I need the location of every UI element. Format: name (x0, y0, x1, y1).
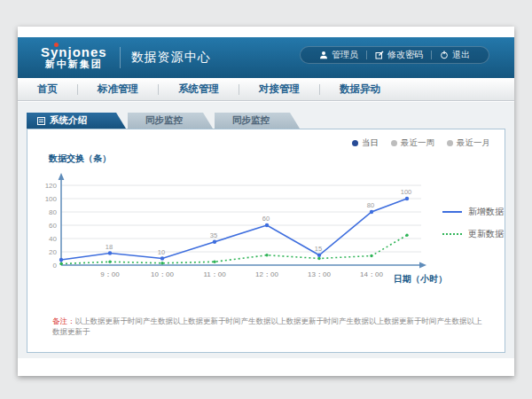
change-password-button[interactable]: 修改密码 (367, 49, 431, 61)
legend-label: 新增数据 (468, 206, 504, 218)
svg-text:10：00: 10：00 (151, 270, 174, 278)
legend-item[interactable]: 更新数据 (442, 228, 504, 240)
svg-text:日期（小时）: 日期（小时） (394, 274, 447, 284)
line-chart: 0204060801001209：0010：0011：0012：0013：001… (35, 169, 460, 288)
logo-text-en: Synjones (41, 45, 107, 59)
solid-line-swatch (442, 211, 462, 213)
tab-sync-monitor-1[interactable]: 同步监控 (128, 113, 213, 129)
power-icon (440, 51, 449, 59)
tab-bar: 系统介绍 同步监控 同步监控 (27, 113, 300, 129)
svg-text:9：00: 9：00 (100, 270, 120, 278)
tab-system-intro[interactable]: 系统介绍 (27, 113, 126, 129)
dotted-line-swatch (442, 233, 462, 235)
svg-text:60: 60 (49, 222, 57, 230)
svg-text:13：00: 13：00 (308, 270, 331, 278)
app-window: Synjones 新中新集团 数据资源中心 管理员 修改密码 (18, 27, 514, 376)
edit-icon (375, 51, 384, 59)
nav-item-interface-mgmt[interactable]: 对接管理 (239, 82, 319, 96)
change-password-label: 修改密码 (387, 49, 423, 61)
nav-item-home[interactable]: 首页 (18, 82, 77, 96)
current-user[interactable]: 管理员 (311, 49, 366, 61)
radio-icon (391, 140, 397, 146)
nav-item-data-change[interactable]: 数据异动 (320, 82, 400, 96)
header-divider (120, 47, 121, 68)
note-text: 以上数据更新于时间产生数据以上数据更新于时间产生数据以上数据更新于时间产生数据以… (52, 317, 482, 336)
svg-text:120: 120 (45, 182, 58, 190)
note-label: 备注： (52, 317, 75, 325)
logout-button[interactable]: 退出 (432, 49, 478, 61)
filter-today[interactable]: 当日 (352, 137, 379, 149)
radio-icon (352, 140, 358, 146)
legend-item[interactable]: 新增数据 (442, 206, 504, 218)
footer-note: 备注：以上数据更新于时间产生数据以上数据更新于时间产生数据以上数据更新于时间产生… (52, 316, 483, 337)
svg-text:35: 35 (210, 231, 217, 239)
company-logo[interactable]: Synjones 新中新集团 (41, 45, 107, 70)
tab-label: 同步监控 (145, 114, 183, 127)
filter-label: 最近一月 (457, 137, 490, 149)
chart-legend: 新增数据更新数据 (442, 206, 504, 240)
chart-panel: 当日 最近一周 最近一月 数据交换（条） 0204060801001209：00… (27, 129, 505, 353)
legend-label: 更新数据 (468, 228, 504, 240)
svg-text:100: 100 (401, 188, 412, 196)
svg-text:100: 100 (45, 195, 58, 203)
filter-label: 当日 (362, 137, 379, 149)
svg-text:60: 60 (262, 215, 270, 223)
svg-text:18: 18 (106, 243, 113, 251)
tab-label: 同步监控 (232, 114, 270, 127)
tab-label: 系统介绍 (50, 114, 87, 127)
nav-item-standard-mgmt[interactable]: 标准管理 (78, 82, 158, 96)
svg-text:10: 10 (158, 248, 165, 256)
tab-sync-monitor-2[interactable]: 同步监控 (215, 113, 300, 129)
svg-text:11：00: 11：00 (203, 270, 226, 278)
time-range-filters: 当日 最近一周 最近一月 (352, 137, 490, 149)
svg-text:14：00: 14：00 (360, 270, 383, 278)
document-icon (37, 117, 45, 125)
user-bar: 管理员 修改密码 退出 (300, 46, 489, 64)
nav-item-system-mgmt[interactable]: 系统管理 (159, 82, 239, 96)
filter-label: 最近一周 (401, 137, 434, 149)
logout-label: 退出 (452, 49, 470, 61)
user-icon (319, 51, 328, 59)
app-title: 数据资源中心 (131, 50, 211, 66)
svg-text:80: 80 (367, 201, 374, 209)
svg-text:80: 80 (49, 208, 57, 216)
filter-last-month[interactable]: 最近一月 (447, 137, 490, 149)
svg-text:0: 0 (53, 262, 58, 270)
svg-text:40: 40 (49, 235, 57, 243)
main-nav: 首页 标准管理 系统管理 对接管理 数据异动 (18, 78, 514, 101)
svg-text:20: 20 (49, 248, 57, 256)
radio-icon (447, 140, 453, 146)
app-header: Synjones 新中新集团 数据资源中心 管理员 修改密码 (18, 37, 514, 78)
filter-last-week[interactable]: 最近一周 (391, 137, 434, 149)
chart-y-axis-title: 数据交换（条） (49, 153, 111, 165)
svg-text:15: 15 (315, 245, 322, 253)
current-user-label: 管理员 (332, 49, 358, 61)
svg-text:12：00: 12：00 (255, 270, 278, 278)
logo-text-cn: 新中新集团 (41, 59, 107, 70)
